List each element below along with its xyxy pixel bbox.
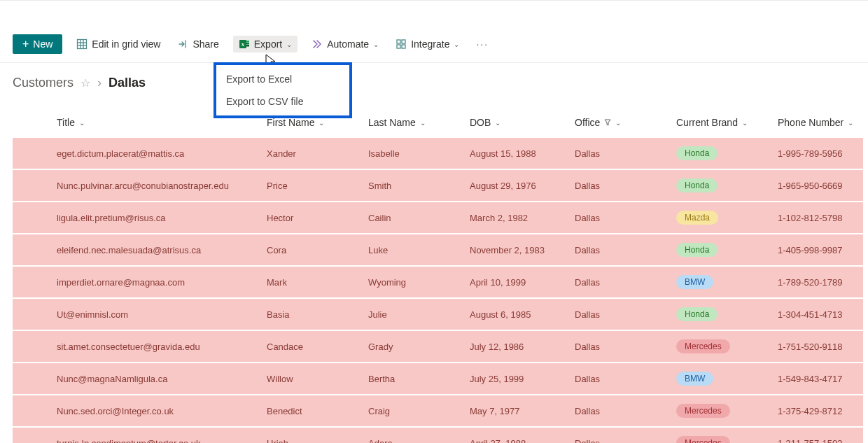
row-select[interactable] <box>13 169 51 202</box>
cell-office: Dallas <box>569 363 671 395</box>
cell-title[interactable]: Nunc.sed.orci@Integer.co.uk <box>51 395 261 427</box>
cell-brand: Mercedes <box>671 330 772 363</box>
customers-table: Title⌄ First Name⌄ Last Name⌄ DOB⌄ Offic… <box>13 110 863 443</box>
row-select[interactable] <box>13 427 51 443</box>
chevron-down-icon: ⌄ <box>495 119 500 127</box>
row-select[interactable] <box>13 266 51 298</box>
cell-first-name: Basia <box>261 298 363 330</box>
cell-first-name: Mark <box>261 266 363 298</box>
cell-last-name: Adara <box>363 427 464 443</box>
table-row[interactable]: sit.amet.consectetuer@gravida.eduCandace… <box>13 330 863 363</box>
chevron-down-icon: ⌄ <box>615 119 621 127</box>
cell-brand: Honda <box>671 234 772 266</box>
cell-title[interactable]: ligula.elit.pretium@risus.ca <box>51 202 261 234</box>
excel-icon: x <box>239 38 250 50</box>
integrate-button[interactable]: Integrate ⌄ <box>393 36 462 52</box>
cell-title[interactable]: Nunc.pulvinar.arcu@conubianostraper.edu <box>51 169 261 202</box>
chevron-down-icon: ⌄ <box>79 119 85 127</box>
table-row[interactable]: ligula.elit.pretium@risus.caHectorCailin… <box>13 202 863 234</box>
cell-phone: 1-549-843-4717 <box>772 363 863 395</box>
svg-rect-11 <box>402 40 405 43</box>
cell-first-name: Candace <box>261 330 363 363</box>
cell-dob: November 2, 1983 <box>464 234 569 266</box>
share-label: Share <box>192 38 218 50</box>
row-select[interactable] <box>13 363 51 395</box>
cell-title[interactable]: turpis.In.condimentum@tortor.co.uk <box>51 427 261 443</box>
row-select[interactable] <box>13 298 51 330</box>
table-row[interactable]: Nunc.pulvinar.arcu@conubianostraper.eduP… <box>13 169 863 202</box>
breadcrumb-root[interactable]: Customers <box>13 76 74 90</box>
column-header-phone[interactable]: Phone Number⌄ <box>772 110 863 138</box>
cell-last-name: Craig <box>363 395 464 427</box>
cell-first-name: Xander <box>261 138 363 169</box>
cell-title[interactable]: Ut@enimnisl.com <box>51 298 261 330</box>
table-row[interactable]: Nunc@magnaNamligula.caWillowBerthaJuly 2… <box>13 363 863 395</box>
cell-title[interactable]: Nunc@magnaNamligula.ca <box>51 363 261 395</box>
table-row[interactable]: Ut@enimnisl.comBasiaJulieAugust 6, 1985D… <box>13 298 863 330</box>
cell-phone: 1-965-950-6669 <box>772 169 863 202</box>
breadcrumb-separator: › <box>97 76 102 90</box>
brand-pill: Mercedes <box>676 404 730 418</box>
export-to-excel-item[interactable]: Export to Excel <box>216 68 349 90</box>
row-select[interactable] <box>13 395 51 427</box>
row-select[interactable] <box>13 138 51 169</box>
brand-pill: Honda <box>676 146 718 160</box>
more-actions-button[interactable]: ··· <box>473 38 491 50</box>
svg-rect-8 <box>246 43 249 45</box>
breadcrumb: Customers ☆ › Dallas <box>0 63 868 96</box>
row-select[interactable] <box>13 330 51 363</box>
table-row[interactable]: Nunc.sed.orci@Integer.co.ukBenedictCraig… <box>13 395 863 427</box>
cell-title[interactable]: eget.dictum.placerat@mattis.ca <box>51 138 261 169</box>
column-header-brand[interactable]: Current Brand⌄ <box>671 110 772 138</box>
cell-last-name: Isabelle <box>363 138 464 169</box>
cell-phone: 1-311-757-1503 <box>772 427 863 443</box>
cell-last-name: Luke <box>363 234 464 266</box>
cell-brand: Mazda <box>671 202 772 234</box>
brand-pill: BMW <box>676 275 713 289</box>
cell-first-name: Cora <box>261 234 363 266</box>
cell-office: Dallas <box>569 298 671 330</box>
cell-phone: 1-375-429-8712 <box>772 395 863 427</box>
edit-in-grid-button[interactable]: Edit in grid view <box>74 36 163 52</box>
svg-rect-0 <box>78 40 87 49</box>
cell-title[interactable]: imperdiet.ornare@magnaa.com <box>51 266 261 298</box>
cell-dob: April 27, 1988 <box>464 427 569 443</box>
command-bar: + New Edit in grid view Share x Export ⌄… <box>0 29 868 63</box>
export-to-csv-item[interactable]: Export to CSV file <box>216 90 349 113</box>
automate-button[interactable]: Automate ⌄ <box>309 36 382 52</box>
brand-pill: BMW <box>676 372 713 386</box>
cell-dob: July 12, 1986 <box>464 330 569 363</box>
new-button[interactable]: + New <box>13 34 62 54</box>
cell-last-name: Bertha <box>363 363 464 395</box>
export-button[interactable]: x Export ⌄ <box>233 36 298 52</box>
cell-dob: May 7, 1977 <box>464 395 569 427</box>
share-button[interactable]: Share <box>174 36 221 52</box>
svg-text:x: x <box>241 41 244 48</box>
cell-office: Dallas <box>569 138 671 169</box>
svg-rect-9 <box>246 45 249 47</box>
breadcrumb-current: Dallas <box>108 76 146 90</box>
select-all-header[interactable] <box>13 110 51 138</box>
row-select[interactable] <box>13 234 51 266</box>
cell-office: Dallas <box>569 395 671 427</box>
column-header-office[interactable]: Office⌄ <box>569 110 671 138</box>
chevron-down-icon: ⌄ <box>454 41 459 48</box>
table-row[interactable]: eleifend.nec.malesuada@atrisus.caCoraLuk… <box>13 234 863 266</box>
cell-office: Dallas <box>569 266 671 298</box>
cell-brand: Honda <box>671 169 772 202</box>
cell-first-name: Price <box>261 169 363 202</box>
edit-grid-label: Edit in grid view <box>92 38 160 50</box>
integrate-icon <box>396 38 407 50</box>
filter-icon <box>604 119 611 126</box>
table-row[interactable]: eget.dictum.placerat@mattis.caXanderIsab… <box>13 138 863 169</box>
flow-icon <box>312 38 323 50</box>
column-header-last-name[interactable]: Last Name⌄ <box>363 110 464 138</box>
cell-title[interactable]: sit.amet.consectetuer@gravida.edu <box>51 330 261 363</box>
row-select[interactable] <box>13 202 51 234</box>
table-row[interactable]: imperdiet.ornare@magnaa.comMarkWyomingAp… <box>13 266 863 298</box>
column-header-dob[interactable]: DOB⌄ <box>464 110 569 138</box>
star-icon[interactable]: ☆ <box>80 76 90 90</box>
cell-title[interactable]: eleifend.nec.malesuada@atrisus.ca <box>51 234 261 266</box>
table-row[interactable]: turpis.In.condimentum@tortor.co.ukUriahA… <box>13 427 863 443</box>
share-icon <box>177 38 188 50</box>
